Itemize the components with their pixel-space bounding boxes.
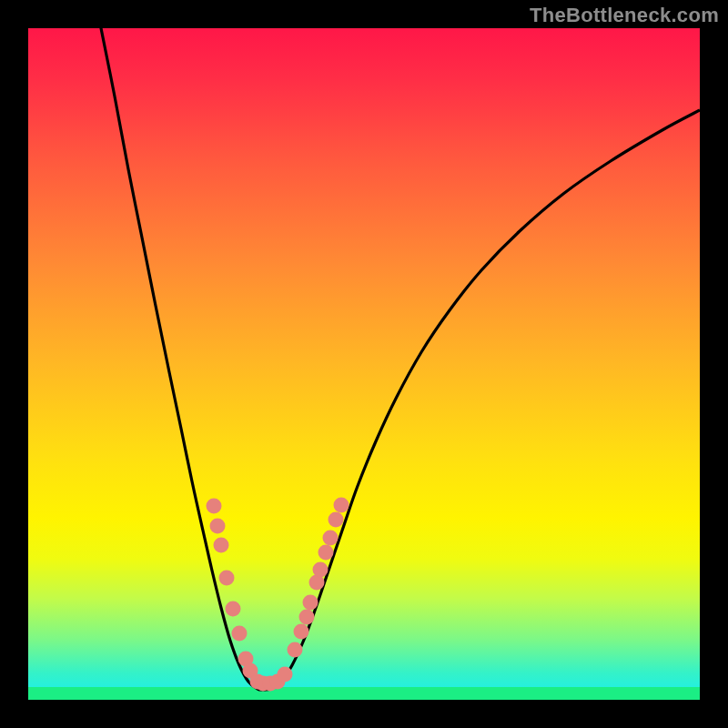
data-marker xyxy=(214,538,229,553)
overlay-svg xyxy=(28,28,700,700)
data-marker xyxy=(303,595,318,611)
data-marker xyxy=(294,624,309,640)
bottleneck-curve-right xyxy=(263,110,700,690)
data-marker xyxy=(299,610,315,625)
data-markers xyxy=(207,498,349,692)
bottleneck-curve-left xyxy=(100,28,263,690)
data-marker xyxy=(278,667,293,682)
data-marker xyxy=(318,545,334,561)
chart-frame: TheBottleneck.com xyxy=(0,0,728,728)
data-marker xyxy=(210,519,226,534)
data-marker xyxy=(313,562,329,578)
data-marker xyxy=(207,499,222,514)
data-marker xyxy=(323,531,339,546)
data-marker xyxy=(329,512,344,528)
data-marker xyxy=(232,626,248,642)
data-marker xyxy=(226,602,241,617)
data-marker xyxy=(288,642,303,658)
data-marker xyxy=(334,498,349,513)
data-marker xyxy=(219,571,235,586)
plot-area xyxy=(28,28,700,700)
watermark-text: TheBottleneck.com xyxy=(530,4,719,27)
